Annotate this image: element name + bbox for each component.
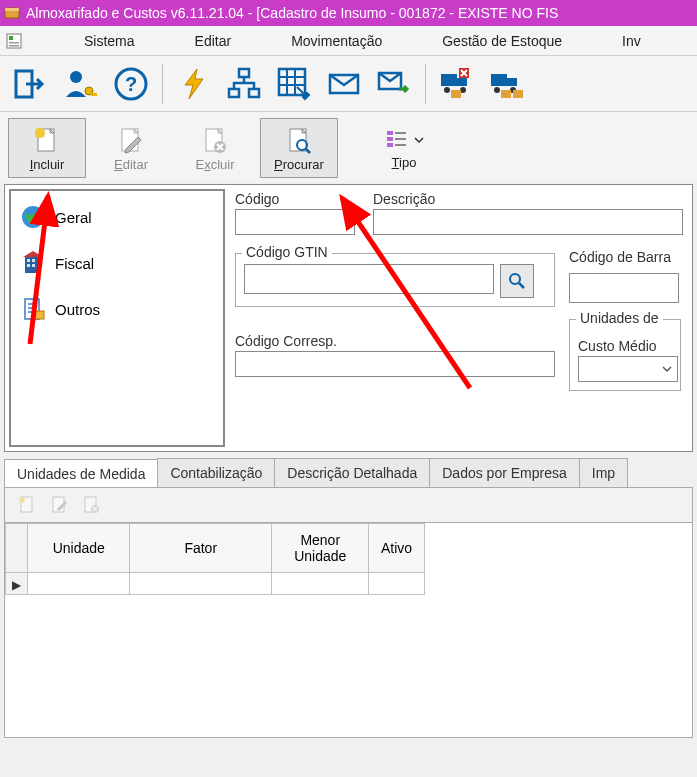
codigo-gtin-input[interactable] [244, 264, 494, 294]
toolbar-user-key-icon[interactable] [58, 61, 104, 107]
sidebar-item-outros[interactable]: Outros [17, 293, 217, 325]
unidades-de-legend: Unidades de [576, 310, 663, 326]
svg-rect-53 [32, 264, 35, 267]
editar-button[interactable]: Editar [92, 118, 170, 178]
toolbar-grid-edit-icon[interactable] [271, 61, 317, 107]
toolbar-exit-icon[interactable] [8, 61, 54, 107]
svg-rect-14 [249, 89, 259, 97]
sidebar-item-fiscal[interactable]: Fiscal [17, 247, 217, 279]
toolbar-truck-box-icon[interactable] [484, 61, 530, 107]
svg-rect-29 [507, 78, 517, 86]
title-bar: Almoxarifado e Custos v6.11.21.04 - [Cad… [0, 0, 697, 26]
svg-rect-28 [491, 74, 507, 86]
svg-rect-23 [457, 78, 467, 86]
incluir-label: ncluir [33, 157, 64, 172]
codigo-corresp-input[interactable] [235, 351, 555, 377]
gtin-search-button[interactable] [500, 264, 534, 298]
app-icon [4, 5, 20, 21]
building-icon [19, 249, 47, 277]
codigo-gtin-fieldset: Código GTIN [235, 253, 555, 307]
svg-line-60 [519, 283, 524, 288]
toolbar-separator [425, 64, 426, 104]
grid-toolbar [4, 488, 693, 522]
sidebar-label-geral: Geral [55, 209, 92, 226]
codigo-gtin-legend: Código GTIN [242, 244, 332, 260]
excluir-label-pre: E [195, 157, 204, 172]
svg-rect-13 [229, 89, 239, 97]
window-title: Almoxarifado e Custos v6.11.21.04 - [Cad… [26, 5, 558, 21]
svg-rect-4 [9, 42, 19, 44]
svg-line-41 [306, 149, 310, 153]
main-toolbar: ? [0, 56, 697, 112]
toolbar-help-icon[interactable]: ? [108, 61, 154, 107]
excluir-button[interactable]: Excluir [176, 118, 254, 178]
procurar-mnemonic: P [274, 157, 283, 172]
mdi-child-icon[interactable] [4, 31, 24, 51]
excluir-label-post: cluir [211, 157, 235, 172]
col-menor-unidade[interactable]: Menor Unidade [272, 524, 369, 573]
cell-fator[interactable] [130, 573, 272, 595]
tab-unidades-medida[interactable]: Unidades de Medida [4, 459, 158, 488]
grid-delete-button[interactable] [77, 492, 105, 518]
svg-rect-51 [32, 259, 35, 262]
table-row[interactable]: ▶ [6, 573, 425, 595]
grid-edit-button[interactable] [45, 492, 73, 518]
sidebar-item-geral[interactable]: Geral [17, 201, 217, 233]
col-fator[interactable]: Fator [130, 524, 272, 573]
tab-strip: Unidades de Medida Contabilização Descri… [4, 456, 693, 488]
toolbar-mail-forward-icon[interactable] [371, 61, 417, 107]
menu-editar[interactable]: Editar [165, 33, 262, 49]
descricao-input[interactable] [373, 209, 683, 235]
svg-rect-1 [5, 8, 19, 11]
tab-imp[interactable]: Imp [579, 458, 628, 487]
tipo-label: ipo [399, 155, 416, 170]
cell-menor-unidade[interactable] [272, 573, 369, 595]
col-ativo[interactable]: Ativo [369, 524, 425, 573]
tipo-button[interactable]: Tipo [370, 118, 438, 178]
svg-point-62 [19, 497, 25, 503]
procurar-button[interactable]: Procurar [260, 118, 338, 178]
toolbar-truck-cancel-icon[interactable] [434, 61, 480, 107]
menu-gestao-estoque[interactable]: Gestão de Estoque [412, 33, 592, 49]
editar-mnemonic: E [114, 157, 123, 172]
grid-wrap: Unidade Fator Menor Unidade Ativo ▶ [4, 522, 693, 738]
chevron-down-icon [414, 135, 424, 145]
svg-rect-50 [27, 259, 30, 262]
col-unidade[interactable]: Unidade [28, 524, 130, 573]
codigo-barra-input[interactable] [569, 273, 679, 303]
custo-medio-combo[interactable] [578, 356, 678, 382]
toolbar-org-icon[interactable] [221, 61, 267, 107]
unidades-de-fieldset: Unidades de Custo Médio [569, 319, 681, 391]
tab-dados-por-empresa[interactable]: Dados por Empresa [429, 458, 580, 487]
svg-rect-52 [27, 264, 30, 267]
search-icon [507, 271, 527, 291]
toolbar-separator [162, 64, 163, 104]
svg-rect-33 [513, 90, 523, 98]
toolbar-flash-icon[interactable] [171, 61, 217, 107]
codigo-corresp-label: Código Corresp. [235, 333, 555, 349]
svg-point-7 [70, 71, 82, 83]
descricao-label: Descrição [373, 191, 692, 207]
cell-unidade[interactable] [28, 573, 130, 595]
cell-ativo[interactable] [369, 573, 425, 595]
tab-contabilizacao[interactable]: Contabilização [157, 458, 275, 487]
codigo-input[interactable] [235, 209, 355, 235]
menu-sistema[interactable]: Sistema [54, 33, 165, 49]
globe-icon [19, 203, 47, 231]
grid-corner [6, 524, 28, 573]
sidebar: Geral Fiscal Outros [9, 189, 225, 447]
svg-point-59 [510, 274, 520, 284]
svg-rect-5 [9, 45, 19, 47]
svg-rect-3 [9, 36, 13, 40]
menu-movimentacao[interactable]: Movimentação [261, 33, 412, 49]
sidebar-label-outros: Outros [55, 301, 100, 318]
units-grid[interactable]: Unidade Fator Menor Unidade Ativo ▶ [5, 523, 425, 595]
svg-rect-44 [387, 143, 393, 147]
incluir-button[interactable]: Incluir [8, 118, 86, 178]
grid-add-button[interactable] [13, 492, 41, 518]
toolbar-mail-icon[interactable] [321, 61, 367, 107]
tab-descricao-detalhada[interactable]: Descrição Detalhada [274, 458, 430, 487]
menu-inv[interactable]: Inv [592, 33, 671, 49]
menu-bar: Sistema Editar Movimentação Gestão de Es… [0, 26, 697, 56]
svg-point-30 [494, 87, 500, 93]
